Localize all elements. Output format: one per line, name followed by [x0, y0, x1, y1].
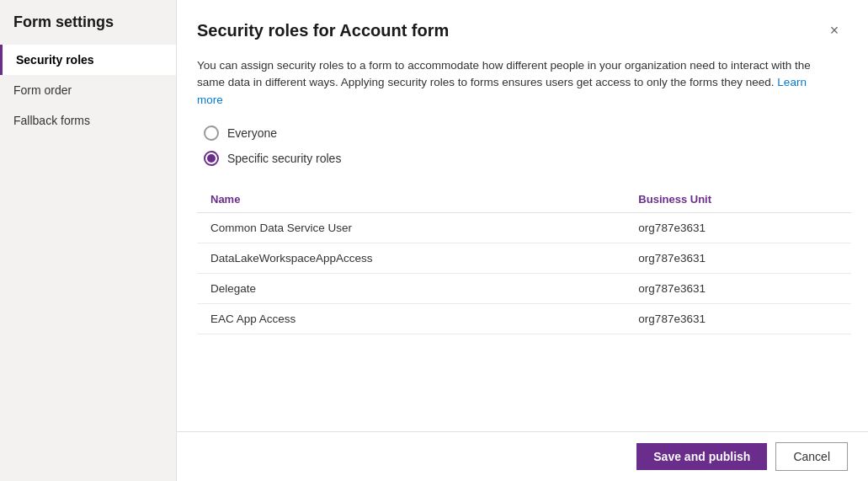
sidebar: Form settings Security roles Form order … — [0, 0, 177, 481]
radio-everyone[interactable]: Everyone — [204, 126, 848, 141]
cell-name: EAC App Access — [197, 303, 625, 334]
table-header: Name Business Unit — [197, 186, 851, 213]
sidebar-item-fallback-forms[interactable]: Fallback forms — [0, 105, 176, 136]
table-container: Name Business Unit Common Data Service U… — [197, 186, 868, 431]
save-publish-button[interactable]: Save and publish — [636, 443, 767, 470]
radio-label-specific: Specific security roles — [227, 152, 341, 165]
dialog-header: Security roles for Account form × — [197, 17, 848, 44]
table-body: Common Data Service Userorg787e3631DataL… — [197, 212, 851, 334]
table-scroll[interactable]: Name Business Unit Common Data Service U… — [197, 186, 868, 431]
description-body: You can assign security roles to a form … — [197, 59, 811, 88]
main-panel: Security roles for Account form × You ca… — [177, 0, 868, 481]
sidebar-item-form-order[interactable]: Form order — [0, 75, 176, 105]
description-text: You can assign security roles to a form … — [197, 57, 812, 109]
radio-group: Everyone Specific security roles — [197, 126, 848, 166]
footer: Save and publish Cancel — [177, 431, 868, 481]
dialog-title: Security roles for Account form — [197, 21, 449, 40]
radio-circle-specific — [204, 151, 219, 166]
cell-name: Common Data Service User — [197, 212, 625, 243]
table-row[interactable]: Common Data Service Userorg787e3631 — [197, 212, 851, 243]
roles-table: Name Business Unit Common Data Service U… — [197, 186, 851, 334]
cell-name: DataLakeWorkspaceAppAccess — [197, 243, 625, 273]
radio-circle-everyone — [204, 126, 219, 141]
table-row[interactable]: DataLakeWorkspaceAppAccessorg787e3631 — [197, 243, 851, 273]
sidebar-item-label: Fallback forms — [13, 114, 90, 127]
radio-specific[interactable]: Specific security roles — [204, 151, 848, 166]
cell-business-unit: org787e3631 — [625, 243, 851, 273]
table-row[interactable]: EAC App Accessorg787e3631 — [197, 303, 851, 334]
radio-label-everyone: Everyone — [227, 126, 277, 140]
sidebar-item-security-roles[interactable]: Security roles — [0, 45, 176, 75]
sidebar-item-label: Security roles — [16, 53, 94, 67]
close-button[interactable]: × — [821, 17, 848, 44]
cell-business-unit: org787e3631 — [625, 303, 851, 334]
cancel-button[interactable]: Cancel — [775, 442, 848, 471]
sidebar-item-label: Form order — [13, 83, 72, 97]
cell-name: Delegate — [197, 273, 625, 303]
cell-business-unit: org787e3631 — [625, 212, 851, 243]
col-business-unit: Business Unit — [625, 186, 851, 213]
sidebar-title: Form settings — [0, 13, 176, 45]
col-name: Name — [197, 186, 625, 213]
cell-business-unit: org787e3631 — [625, 273, 851, 303]
table-row[interactable]: Delegateorg787e3631 — [197, 273, 851, 303]
